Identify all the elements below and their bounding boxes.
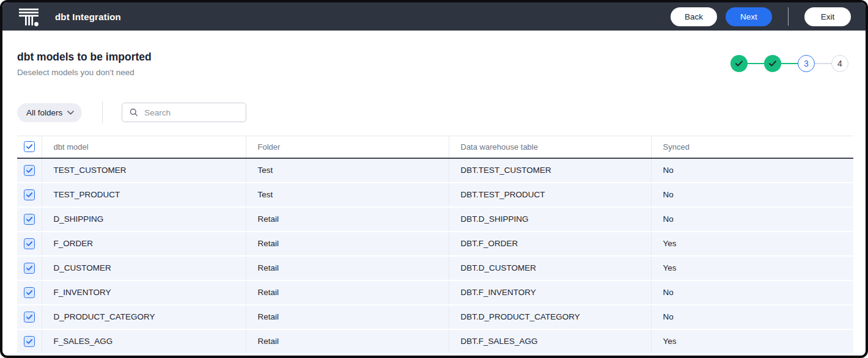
table-header-row: dbt model Folder Data warehouse table Sy… — [17, 136, 853, 158]
row-checkbox[interactable] — [24, 287, 35, 298]
row-checkbox[interactable] — [24, 165, 35, 176]
column-header-synced: Synced — [651, 136, 853, 158]
table-row: TEST_PRODUCT Test DBT.TEST_PRODUCT No — [17, 183, 853, 207]
check-icon — [26, 216, 33, 222]
table-row: TEST_CUSTOMER Test DBT.TEST_CUSTOMER No — [17, 158, 853, 183]
row-checkbox[interactable] — [24, 263, 35, 274]
cell-warehouse-table: DBT.D_SHIPPING — [449, 207, 651, 232]
topbar-divider — [788, 7, 789, 26]
chevron-down-icon — [67, 111, 74, 115]
wizard-stepper: 3 4 — [730, 55, 848, 72]
cell-folder: Test — [246, 183, 449, 207]
cell-dbt-model: TEST_PRODUCT — [42, 183, 246, 207]
column-header-folder: Folder — [246, 136, 449, 158]
check-icon — [26, 338, 33, 345]
cell-warehouse-table: DBT.D_PRODUCT_CATEGORY — [449, 305, 651, 329]
page-title: dbt models to be imported — [17, 51, 152, 64]
table-row: F_INVENTORY Retail DBT.F_INVENTORY No — [17, 280, 853, 305]
search-icon — [130, 108, 138, 117]
check-icon — [26, 290, 33, 296]
cell-synced: No — [651, 207, 853, 232]
search-input[interactable] — [144, 108, 240, 117]
cell-synced: No — [651, 158, 853, 183]
check-icon — [26, 144, 33, 150]
cell-synced: No — [651, 280, 853, 305]
check-icon — [26, 241, 33, 247]
cell-warehouse-table: DBT.TEST_CUSTOMER — [449, 158, 651, 183]
step-connector — [781, 63, 798, 64]
cell-warehouse-table: DBT.D_CUSTOMER — [449, 256, 651, 280]
cell-warehouse-table: DBT.TEST_PRODUCT — [449, 183, 651, 207]
cell-dbt-model: F_ORDER — [42, 232, 246, 256]
folder-filter-label: All folders — [26, 108, 62, 117]
table-row: D_PRODUCT_CATEGORY Retail DBT.D_PRODUCT_… — [17, 305, 853, 329]
step-1-complete — [730, 55, 748, 72]
table-row: F_ORDER Retail DBT.F_ORDER Yes — [17, 232, 853, 256]
cell-folder: Retail — [246, 329, 449, 354]
cell-folder: Retail — [246, 207, 449, 232]
check-icon — [768, 60, 777, 67]
row-checkbox[interactable] — [24, 238, 35, 249]
page-header: dbt models to be imported Deselect model… — [17, 51, 152, 77]
check-icon — [26, 265, 33, 271]
cell-dbt-model: F_INVENTORY — [42, 280, 246, 305]
step-2-complete — [764, 55, 781, 72]
cell-dbt-model: D_PRODUCT_CATEGORY — [42, 305, 246, 329]
app-title: dbt Integration — [55, 12, 121, 22]
exit-button[interactable]: Exit — [804, 7, 851, 26]
cell-warehouse-table: DBT.F_ORDER — [449, 232, 651, 256]
column-header-dbt-model: dbt model — [42, 136, 246, 158]
check-icon — [26, 314, 33, 320]
cell-synced: No — [651, 183, 853, 207]
cell-folder: Retail — [246, 232, 449, 256]
table-row: D_SHIPPING Retail DBT.D_SHIPPING No — [17, 207, 853, 232]
cell-dbt-model: D_CUSTOMER — [42, 256, 246, 280]
cell-synced: Yes — [651, 256, 853, 280]
row-checkbox[interactable] — [24, 189, 35, 200]
search-box — [122, 103, 246, 122]
cell-dbt-model: F_SALES_AGG — [42, 329, 246, 354]
step-3-active: 3 — [798, 55, 815, 72]
step-connector — [815, 63, 831, 64]
cell-synced: No — [651, 305, 853, 329]
cell-dbt-model: D_SHIPPING — [42, 207, 246, 232]
back-button[interactable]: Back — [671, 7, 717, 26]
column-header-warehouse-table: Data warehouse table — [449, 136, 651, 158]
row-checkbox[interactable] — [24, 312, 35, 323]
select-all-checkbox[interactable] — [24, 141, 35, 152]
cell-folder: Retail — [246, 256, 449, 280]
app-window: dbt Integration Back Next Exit dbt model… — [0, 0, 868, 358]
step-connector — [748, 63, 764, 64]
top-bar: dbt Integration Back Next Exit — [2, 2, 866, 31]
next-button[interactable]: Next — [726, 7, 772, 26]
step-4-upcoming: 4 — [831, 55, 848, 72]
check-icon — [26, 192, 33, 198]
dbt-models-table: dbt model Folder Data warehouse table Sy… — [17, 136, 853, 354]
cell-dbt-model: TEST_CUSTOMER — [42, 158, 246, 183]
check-icon — [735, 60, 743, 67]
thoughtspot-logo-icon — [18, 7, 39, 27]
cell-warehouse-table: DBT.F_INVENTORY — [449, 280, 651, 305]
row-checkbox[interactable] — [24, 336, 35, 347]
cell-folder: Retail — [246, 305, 449, 329]
cell-synced: Yes — [651, 232, 853, 256]
folder-filter-dropdown[interactable]: All folders — [17, 103, 82, 122]
cell-warehouse-table: DBT.F_SALES_AGG — [449, 329, 651, 354]
table-row: F_SALES_AGG Retail DBT.F_SALES_AGG Yes — [17, 329, 853, 354]
page-subtitle: Deselect models you don't need — [17, 68, 152, 77]
filter-divider — [102, 101, 103, 123]
table-row: D_CUSTOMER Retail DBT.D_CUSTOMER Yes — [17, 256, 853, 280]
check-icon — [26, 167, 33, 174]
cell-synced: Yes — [651, 329, 853, 354]
cell-folder: Retail — [246, 280, 449, 305]
row-checkbox[interactable] — [24, 214, 35, 225]
cell-folder: Test — [246, 158, 449, 183]
